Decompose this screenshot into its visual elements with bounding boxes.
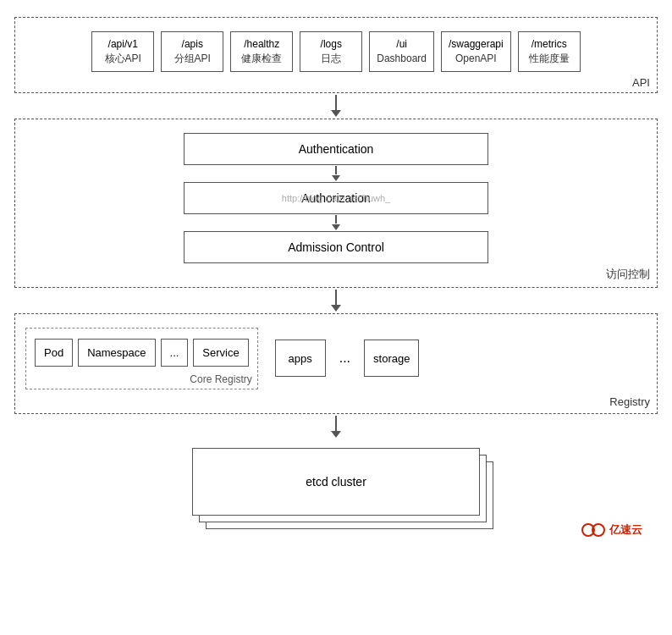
diagram-container: /api/v1核心API/apis分组API/healthz健康检查/logs日… xyxy=(14,17,658,549)
core-registry-box: Namespace xyxy=(78,339,155,367)
registry-box: storage xyxy=(364,340,419,377)
access-section: AuthenticationAuthorizationAdmission Con… xyxy=(14,119,658,288)
access-box: Authorization xyxy=(184,182,488,214)
api-section: /api/v1核心API/apis分组API/healthz健康检查/logs日… xyxy=(14,17,658,93)
arrow-api-to-access xyxy=(14,93,658,119)
etcd-stack: etcd cluster xyxy=(192,448,480,533)
registry-right: apps...storage xyxy=(258,328,647,389)
api-boxes: /api/v1核心API/apis分组API/healthz健康检查/logs日… xyxy=(25,31,647,72)
api-box: /metrics性能度量 xyxy=(518,31,581,72)
logo-container: 亿速云 xyxy=(581,521,642,539)
registry-box: apps xyxy=(275,340,326,377)
access-box: Admission Control xyxy=(184,231,488,263)
core-registry-box: Service xyxy=(193,339,248,367)
api-box: /healthz健康检查 xyxy=(230,31,293,72)
registry-label: Registry xyxy=(609,395,650,408)
registry-inner: PodNamespace...ServiceCore Registry apps… xyxy=(25,328,647,389)
api-box: /api/v1核心API xyxy=(91,31,154,72)
arrow-access-to-registry xyxy=(14,288,658,313)
api-box: /uiDashboard xyxy=(369,31,434,72)
etcd-section: etcd cluster xyxy=(14,439,658,549)
registry-right-item: apps xyxy=(275,340,326,377)
access-box: Authentication xyxy=(184,133,488,165)
api-box: /apis分组API xyxy=(161,31,223,72)
arrow-registry-to-etcd xyxy=(14,414,658,439)
access-boxes: AuthenticationAuthorizationAdmission Con… xyxy=(184,133,488,263)
api-box: /swaggerapiOpenAPI xyxy=(441,31,511,72)
registry-right-item: storage xyxy=(364,340,419,377)
registry-section: PodNamespace...ServiceCore Registry apps… xyxy=(14,313,658,414)
etcd-card-front: etcd cluster xyxy=(192,448,480,516)
etcd-label: etcd cluster xyxy=(306,475,366,489)
core-registry-label: Core Registry xyxy=(190,373,251,385)
core-registry-section: PodNamespace...ServiceCore Registry xyxy=(25,328,258,389)
core-registry-box: ... xyxy=(161,339,189,367)
core-registry-box: Pod xyxy=(35,339,73,367)
api-box: /logs日志 xyxy=(300,31,362,72)
api-label: API xyxy=(632,76,650,89)
logo-icon xyxy=(581,521,605,539)
registry-right-item: ... xyxy=(339,351,350,366)
access-label: 访问控制 xyxy=(606,267,650,282)
logo-text: 亿速云 xyxy=(609,522,642,538)
